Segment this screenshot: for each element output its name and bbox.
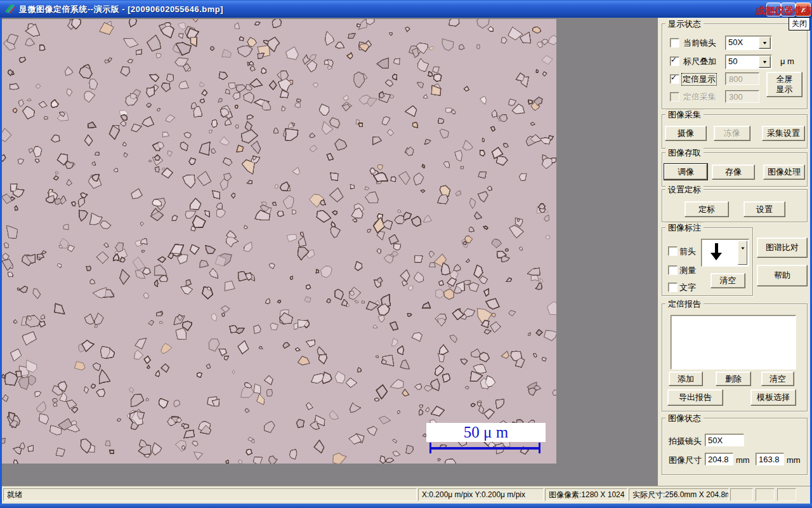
fixed-display-checkbox[interactable]: ✓ bbox=[670, 74, 679, 84]
current-lens-checkbox[interactable] bbox=[670, 38, 679, 48]
text-checkbox[interactable] bbox=[668, 283, 678, 292]
scale-unit-label: μ m bbox=[780, 57, 794, 66]
app-logo-icon bbox=[4, 3, 16, 15]
image-status-group: 图像状态 拍摄镜头 50X 图像尺寸 204.8 mm 163.8 mm bbox=[662, 418, 808, 475]
shoot-button[interactable]: 摄像 bbox=[665, 126, 707, 141]
dropdown-button[interactable]: ▼ bbox=[759, 37, 771, 49]
fixed-capture-field[interactable]: 300 bbox=[725, 90, 759, 103]
check-icon: ✓ bbox=[671, 73, 677, 82]
freeze-button[interactable]: 冻像 bbox=[714, 126, 750, 141]
arrow-checkbox[interactable] bbox=[668, 246, 678, 256]
group-title: 定倍报告 bbox=[665, 298, 704, 310]
status-empty-panel bbox=[777, 488, 796, 501]
report-group: 定倍报告 添加 删除 清空 导出报告 模板选择 bbox=[662, 304, 808, 411]
status-actual-size: 实际尺寸:256.0mm X 204.8mm bbox=[629, 488, 729, 501]
scale-value: 50 bbox=[728, 57, 737, 66]
title-bar: 显微图像定倍系统--演示版 - [20090602055646.bmp] bbox=[0, 0, 812, 18]
export-report-button[interactable]: 导出报告 bbox=[667, 389, 723, 406]
annotation-group: 图像标注 箭头 测量 文字 ▼ 清空 bbox=[662, 227, 753, 296]
image-capture-group: 图像采集 摄像 冻像 采集设置 bbox=[662, 114, 808, 149]
image-storage-group: 图像存取 调像 存像 图像处理 bbox=[662, 152, 808, 187]
dropdown-button[interactable]: ▼ bbox=[738, 241, 747, 265]
arrow-down-glyph bbox=[710, 243, 723, 260]
lens-label: 拍摄镜头 bbox=[669, 436, 702, 447]
dropdown-button[interactable]: ▼ bbox=[759, 56, 771, 68]
display-status-group: 显示状态 当前镜头 50X ▼ ✓ 标尺叠加 50 ▼ μ m ✓ 定倍显示 8… bbox=[662, 23, 808, 109]
status-empty-panel bbox=[756, 488, 775, 501]
current-lens-combobox[interactable]: 50X ▼ bbox=[725, 36, 772, 50]
arrow-label[interactable]: 箭头 bbox=[679, 246, 696, 257]
group-title: 图像状态 bbox=[665, 413, 704, 424]
capture-settings-button[interactable]: 采集设置 bbox=[762, 126, 805, 141]
scale-bar-text: 50 μ m bbox=[464, 424, 508, 441]
status-bar: 就绪 X:0.200μ m/pix Y:0.200μ m/pix 图像像素:12… bbox=[2, 486, 810, 504]
width-field[interactable]: 204.8 bbox=[705, 453, 733, 465]
status-empty-panel bbox=[730, 488, 753, 501]
app-window: 显微图像定倍系统--演示版 - [20090602055646.bmp] 成都仪… bbox=[0, 0, 812, 508]
status-ready: 就绪 bbox=[3, 488, 417, 501]
scale-overlay-checkbox[interactable]: ✓ bbox=[670, 57, 679, 66]
group-title: 图像存取 bbox=[665, 147, 704, 159]
window-title: 显微图像定倍系统--演示版 - [20090602055646.bmp] bbox=[19, 4, 223, 15]
current-lens-value: 50X bbox=[728, 37, 743, 47]
group-title: 图像标注 bbox=[665, 222, 704, 234]
micrograph-canvas bbox=[2, 19, 556, 464]
scale-value-combobox[interactable]: 50 ▼ bbox=[725, 55, 772, 69]
size-label: 图像尺寸 bbox=[669, 455, 702, 466]
fullscreen-button[interactable]: 全屏 显示 bbox=[766, 72, 802, 97]
height-field[interactable]: 163.8 bbox=[756, 453, 784, 465]
fixed-display-field[interactable]: 800 bbox=[725, 72, 759, 85]
save-image-button[interactable]: 存像 bbox=[712, 164, 755, 180]
template-select-button[interactable]: 模板选择 bbox=[750, 389, 796, 406]
group-title: 图像采集 bbox=[665, 109, 704, 121]
calibration-group: 设置定标 定标 设置 bbox=[662, 189, 808, 222]
report-delete-button[interactable]: 删除 bbox=[716, 371, 751, 386]
measure-checkbox[interactable] bbox=[668, 265, 678, 275]
close-tooltip: 关闭 bbox=[789, 17, 810, 30]
image-viewport[interactable] bbox=[2, 19, 556, 464]
report-clear-button[interactable]: 清空 bbox=[761, 371, 794, 386]
measure-label[interactable]: 测量 bbox=[679, 265, 696, 276]
atlas-compare-button[interactable]: 图谱比对 bbox=[757, 237, 808, 258]
height-unit-label: mm bbox=[787, 455, 801, 465]
chevron-down-icon: ▼ bbox=[740, 246, 745, 250]
fixed-capture-checkbox[interactable] bbox=[670, 92, 679, 102]
text-label[interactable]: 文字 bbox=[679, 282, 696, 293]
fullscreen-button-line1: 全屏 bbox=[776, 74, 793, 84]
window-border-bottom bbox=[0, 504, 812, 508]
annotation-clear-button[interactable]: 清空 bbox=[710, 273, 745, 288]
status-resolution: X:0.200μ m/pix Y:0.200μ m/pix bbox=[418, 488, 544, 501]
scale-bar-label-box: 50 μ m bbox=[426, 423, 546, 442]
report-add-button[interactable]: 添加 bbox=[669, 371, 703, 386]
group-title: 显示状态 bbox=[665, 18, 704, 30]
group-title: 设置定标 bbox=[665, 184, 704, 196]
calibration-settings-button[interactable]: 设置 bbox=[743, 201, 785, 217]
chevron-down-icon: ▼ bbox=[762, 41, 768, 45]
scale-bar-tick-right bbox=[539, 443, 540, 453]
check-icon: ✓ bbox=[671, 55, 677, 64]
fixed-display-label[interactable]: 定倍显示 bbox=[682, 74, 716, 85]
status-image-pixels: 图像像素:1280 X 1024 bbox=[545, 488, 627, 501]
scale-overlay-label[interactable]: 标尺叠加 bbox=[683, 56, 716, 67]
help-button[interactable]: 帮助 bbox=[757, 265, 808, 286]
fixed-capture-label: 定倍采集 bbox=[683, 91, 716, 103]
image-process-button[interactable]: 图像处理 bbox=[763, 164, 805, 180]
scale-bar-line bbox=[430, 447, 540, 450]
arrow-style-combobox[interactable]: ▼ bbox=[701, 239, 749, 267]
report-listbox[interactable] bbox=[671, 315, 796, 370]
scale-bar-tick-left bbox=[429, 443, 431, 453]
lens-field[interactable]: 50X bbox=[705, 434, 744, 446]
calibrate-button[interactable]: 定标 bbox=[684, 201, 729, 217]
vendor-watermark: 成都仪器仪表 bbox=[756, 5, 812, 17]
current-lens-label[interactable]: 当前镜头 bbox=[683, 37, 716, 49]
fullscreen-button-line2: 显示 bbox=[776, 84, 793, 95]
chevron-down-icon: ▼ bbox=[762, 60, 768, 64]
width-unit-label: mm bbox=[736, 455, 750, 465]
load-image-button[interactable]: 调像 bbox=[664, 163, 708, 180]
